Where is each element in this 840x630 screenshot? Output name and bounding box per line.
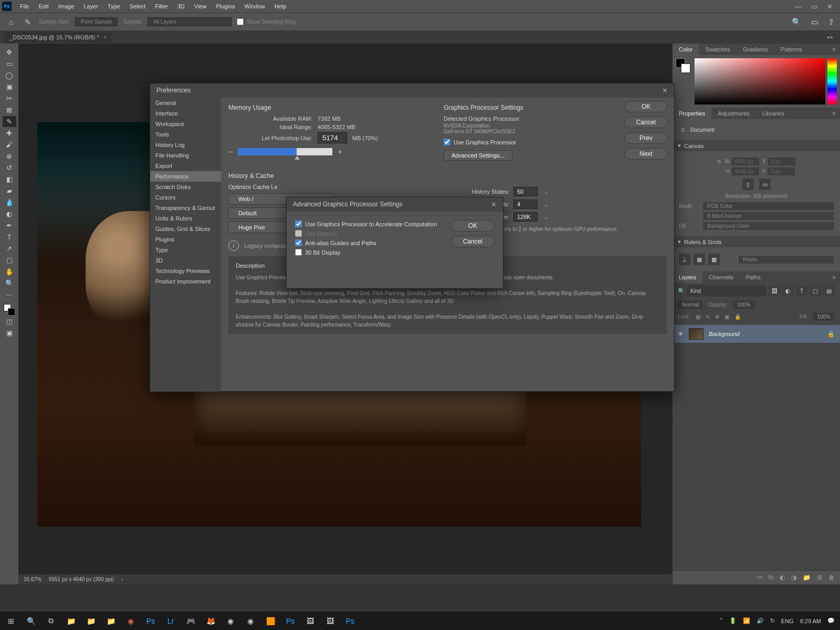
zoom-level[interactable]: 16.67%	[24, 576, 41, 582]
taskbar-ps-icon[interactable]: Ps	[142, 613, 160, 629]
taskbar-app[interactable]: 🎮	[182, 613, 200, 629]
type-tool-icon[interactable]: T	[3, 232, 16, 243]
orientation-portrait-icon[interactable]: ▯	[742, 178, 754, 190]
home-icon[interactable]: ⌂	[5, 16, 17, 28]
eyedropper-tool-icon[interactable]: ✎	[22, 16, 34, 28]
tab-gradients[interactable]: Gradients	[737, 44, 774, 55]
tray-wifi-icon[interactable]: 📶	[743, 617, 750, 624]
prefs-prev-button[interactable]: Prev	[624, 132, 668, 144]
dodge-tool-icon[interactable]: ◐	[3, 208, 16, 219]
zoom-tool-icon[interactable]: 🔍	[3, 278, 16, 289]
slider-plus-icon[interactable]: +	[338, 148, 342, 156]
taskbar-app[interactable]: 📁	[62, 613, 80, 629]
prefs-cancel-button[interactable]: Cancel	[624, 117, 668, 128]
use-gpu-check[interactable]	[444, 139, 450, 145]
frame-tool-icon[interactable]: ⊠	[3, 104, 16, 116]
group-icon[interactable]: 📁	[803, 574, 811, 581]
ruler-icon[interactable]: ⊥	[679, 254, 690, 265]
blur-tool-icon[interactable]: 💧	[3, 197, 16, 208]
search-icon[interactable]: 🔍	[678, 288, 685, 295]
layer-lock-icon[interactable]: 🔒	[827, 331, 835, 338]
tray-time[interactable]: 8:29 AM	[800, 618, 821, 624]
menu-layer[interactable]: Layer	[79, 0, 102, 13]
adv-close-icon[interactable]: ✕	[491, 201, 497, 208]
taskbar-lr-icon[interactable]: Lr	[162, 613, 180, 629]
trash-icon[interactable]: 🗑	[828, 574, 835, 581]
tray-battery-icon[interactable]: 🔋	[729, 617, 737, 624]
lock-all-icon[interactable]: 🔒	[734, 314, 741, 320]
prefs-nav-transparency[interactable]: Transparency & Gamut	[150, 203, 221, 213]
more-tools-icon[interactable]: ⋯	[3, 289, 16, 300]
tab-patterns[interactable]: Patterns	[774, 44, 808, 55]
taskbar-app[interactable]: ◉	[222, 613, 239, 629]
tab-libraries[interactable]: Libraries	[756, 108, 791, 119]
mode-dropdown[interactable]: RGB Color	[703, 202, 834, 210]
sample-size-dropdown[interactable]: Point Sample	[75, 17, 118, 26]
panel-toggle-icon[interactable]: ◂◂	[826, 34, 836, 40]
tray-notif-icon[interactable]: 💬	[827, 617, 835, 624]
history-brush-icon[interactable]: ↺	[3, 162, 16, 173]
tray-lang[interactable]: ENG	[781, 618, 794, 624]
prefs-nav-historylog[interactable]: History Log	[150, 140, 221, 150]
prefs-nav-product[interactable]: Product Improvement	[150, 276, 221, 287]
panel-menu-icon[interactable]: ≡	[828, 108, 840, 119]
prefs-nav-plugins[interactable]: Plugins	[150, 234, 221, 245]
pen-tool-icon[interactable]: ✒	[3, 220, 16, 231]
screenmode-icon[interactable]: ▣	[3, 328, 16, 339]
blend-mode-dropdown[interactable]: Normal	[678, 301, 703, 309]
layer-kind-filter[interactable]	[687, 285, 766, 297]
cache-tile-field[interactable]: 128K	[513, 212, 538, 222]
menu-window[interactable]: Window	[240, 0, 269, 13]
ruler-unit-dropdown[interactable]: Pixels	[739, 256, 834, 264]
fg-bg-color[interactable]	[4, 304, 15, 316]
bits-dropdown[interactable]: 8 Bits/Channel	[703, 212, 834, 220]
tab-color[interactable]: Color	[673, 44, 699, 55]
dropdown-icon[interactable]: ⌄	[542, 214, 551, 220]
prefs-nav-guides[interactable]: Guides, Grid & Slices	[150, 224, 221, 234]
marquee-tool-icon[interactable]: ▭	[3, 58, 16, 69]
prefs-nav-units[interactable]: Units & Rulers	[150, 213, 221, 224]
memory-slider[interactable]	[238, 148, 332, 155]
fill-dropdown[interactable]: Background Color	[703, 222, 834, 230]
adv-30bit-check[interactable]	[295, 249, 302, 256]
doc-info[interactable]: 6951 px x 4640 px (300 ppi)	[49, 576, 114, 582]
prefs-nav-interface[interactable]: Interface	[150, 108, 221, 119]
heal-tool-icon[interactable]: ✚	[3, 128, 16, 139]
tab-close-icon[interactable]: ×	[103, 34, 107, 40]
adjustment-icon[interactable]: ◑	[791, 574, 796, 581]
prefs-nav-3d[interactable]: 3D	[150, 255, 221, 266]
doc-tab[interactable]: _DSC0534.jpg @ 16.7% (RGB/8) * ×	[4, 32, 112, 43]
lasso-tool-icon[interactable]: ◯	[3, 70, 16, 81]
search-icon[interactable]: 🔍	[792, 17, 802, 27]
orientation-landscape-icon[interactable]: ▭	[759, 178, 771, 190]
menu-image[interactable]: Image	[54, 0, 79, 13]
menu-help[interactable]: Help	[270, 0, 291, 13]
panel-menu-icon[interactable]: ≡	[828, 271, 840, 283]
prefs-nav-scratch[interactable]: Scratch Disks	[150, 182, 221, 192]
selection-tool-icon[interactable]: ▣	[3, 81, 16, 92]
advanced-settings-button[interactable]: Advanced Settings...	[444, 150, 512, 161]
layer-row-background[interactable]: 👁 Background 🔒	[673, 325, 840, 343]
taskbar-app[interactable]: ◉	[242, 613, 259, 629]
taskbar-app[interactable]: 🖼	[301, 613, 319, 629]
lock-artboard-icon[interactable]: ▣	[724, 314, 729, 320]
taskbar-app[interactable]: Ps	[281, 613, 299, 629]
menu-file[interactable]: File	[16, 0, 34, 13]
prefs-nav-export[interactable]: Export	[150, 161, 221, 171]
task-search-icon[interactable]: 🔍	[22, 613, 40, 629]
sample-dropdown[interactable]: All Layers	[148, 17, 232, 26]
fx-icon[interactable]: fx	[769, 574, 773, 581]
tab-swatches[interactable]: Swatches	[699, 44, 737, 55]
quickmask-icon[interactable]: ◫	[3, 316, 16, 327]
filter-shape-icon[interactable]: ▢	[810, 285, 821, 297]
task-view-icon[interactable]: ⧉	[42, 613, 60, 629]
filter-image-icon[interactable]: 🖼	[769, 285, 780, 297]
cache-levels-field[interactable]: 4	[513, 200, 538, 209]
tab-properties[interactable]: Properties	[673, 108, 711, 119]
fill-pct-field[interactable]: 100%	[813, 313, 835, 321]
brush-tool-icon[interactable]: 🖌	[3, 139, 16, 150]
prefs-nav-tools[interactable]: Tools	[150, 129, 221, 140]
stepper-icon[interactable]: ⌄	[542, 201, 551, 208]
slider-minus-icon[interactable]: −	[228, 148, 233, 156]
start-icon[interactable]: ⊞	[2, 613, 20, 629]
